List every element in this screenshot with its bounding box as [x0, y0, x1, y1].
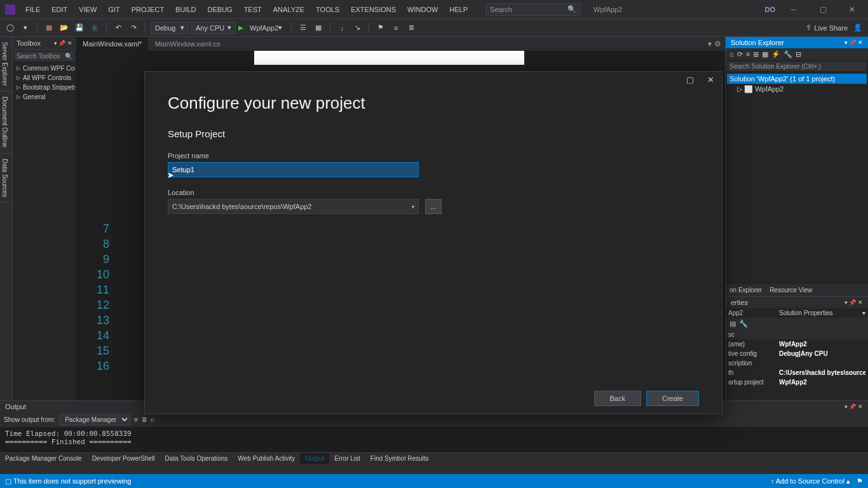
menu-debug[interactable]: DEBUG	[203, 3, 238, 16]
menu-git[interactable]: GIT	[103, 3, 125, 16]
admin-icon[interactable]: 👤	[851, 22, 864, 34]
step-icon2[interactable]: ↘	[351, 22, 363, 34]
step-icon[interactable]: ↓	[336, 22, 348, 34]
tb-icon-5[interactable]: ≣	[405, 22, 417, 34]
alpha-icon[interactable]: 🔧	[739, 320, 748, 328]
nav-back-icon[interactable]: ◯	[4, 22, 17, 34]
prop-row[interactable]: thC:\Users\hackd bytes\source\repo	[726, 368, 868, 377]
editor-tab-controls: ▾ ⚙	[708, 37, 725, 51]
menu-window[interactable]: WINDOW	[402, 3, 443, 16]
toolbox-item[interactable]: ▷Bootstrap Snippets	[14, 83, 75, 92]
project-name-input[interactable]	[168, 162, 419, 177]
output-text[interactable]: Time Elapsed: 00:00:00.8558339 =========…	[0, 427, 868, 452]
platform-dropdown[interactable]: Any CPU ▾	[191, 22, 236, 34]
tab-web-publish[interactable]: Web Publish Activity	[233, 453, 300, 464]
solution-explorer-search[interactable]: Search Solution Explorer (Ctrl+;)	[727, 62, 867, 71]
toolbox-item[interactable]: ▷Common WPF Cont...	[14, 64, 75, 73]
tb-icon-3[interactable]: ⚑	[374, 22, 387, 34]
location-input[interactable]: C:\Users\hackd bytes\source\repos\WpfApp…	[168, 199, 419, 214]
se-icon[interactable]: ⚡	[771, 50, 780, 58]
toolbox-item[interactable]: ▷All WPF Controls	[14, 73, 75, 83]
save-icon[interactable]: 💾	[73, 22, 86, 34]
back-button[interactable]: Back	[594, 391, 641, 406]
tab-server-explorer[interactable]: Server Explorer	[0, 37, 12, 92]
menu-help[interactable]: HELP	[444, 3, 473, 16]
se-home-icon[interactable]: ⌂	[729, 50, 734, 58]
output-tool-icon[interactable]: ⎌	[151, 416, 154, 423]
tab-document-outline[interactable]: Document Outline	[0, 92, 12, 153]
prop-row[interactable]: tive configDebug|Any CPU	[726, 349, 868, 358]
tab-data-tools[interactable]: Data Tools Operations	[160, 453, 233, 464]
se-icon[interactable]: ⊞	[753, 50, 759, 58]
new-item-icon[interactable]: ▦	[43, 22, 55, 34]
close-button[interactable]: ✕	[841, 1, 863, 18]
prop-row[interactable]: scription	[726, 358, 868, 368]
tab-data-sources[interactable]: Data Sources	[0, 154, 12, 203]
prop-row[interactable]: (ame)WpfApp2	[726, 339, 868, 349]
start-debug-icon[interactable]: ▶	[238, 24, 243, 31]
nav-fwd-icon[interactable]: ▾	[19, 22, 32, 34]
search-icon: 🔍	[65, 53, 72, 60]
tab-error-list[interactable]: Error List	[329, 453, 365, 464]
maximize-button[interactable]: ▢	[812, 1, 834, 18]
redo-icon[interactable]: ↷	[127, 22, 140, 34]
se-icon[interactable]: ≡	[746, 50, 750, 58]
se-bottom-tabs: on Explorer Resource View	[726, 284, 868, 296]
toolbox-item[interactable]: ▷General	[14, 92, 75, 102]
se-icon[interactable]: ⊟	[796, 50, 801, 58]
toolbox-panel: Toolbox ▾ 📌 ✕ Search Toolbox 🔍 ▷Common W…	[13, 37, 76, 451]
categorize-icon[interactable]: ▤	[729, 320, 736, 328]
dialog-maximize-button[interactable]: ▢	[682, 75, 698, 85]
create-button[interactable]: Create	[646, 391, 699, 406]
output-tool-icon[interactable]: ≡	[134, 416, 138, 423]
tab-output[interactable]: Output	[300, 453, 329, 464]
tb-icon-1[interactable]: ☰	[297, 22, 309, 34]
solution-project[interactable]: ▷ ⬜ WpfApp2	[727, 84, 867, 95]
output-tool-icon[interactable]: ≣	[142, 416, 147, 423]
tab-find-symbol[interactable]: Find Symbol Results	[365, 453, 434, 464]
tb-icon-4[interactable]: ≡	[390, 22, 402, 34]
toolbox-search[interactable]: Search Toolbox 🔍	[14, 51, 75, 61]
config-dropdown[interactable]: Debug ▾	[151, 22, 189, 34]
undo-icon[interactable]: ↶	[112, 22, 125, 34]
menu-test[interactable]: TEST	[239, 3, 267, 16]
menu-build[interactable]: BUILD	[170, 3, 201, 16]
designer-canvas[interactable]	[254, 51, 524, 65]
gear-icon[interactable]: ⚙	[714, 39, 721, 48]
dropdown-icon[interactable]: ▾	[862, 309, 865, 316]
show-output-dropdown[interactable]: Package Manager	[59, 414, 130, 425]
browse-button[interactable]: ...	[425, 199, 442, 214]
dropdown-icon[interactable]: ▾	[412, 204, 414, 210]
minimize-button[interactable]: ─	[783, 1, 804, 18]
chevron-right-icon: ▷	[17, 94, 20, 100]
global-search-input[interactable]: Search 🔍	[485, 3, 581, 16]
menu-view[interactable]: VIEW	[74, 3, 102, 16]
menu-project[interactable]: PROJECT	[126, 3, 169, 16]
user-badge[interactable]: DO	[765, 6, 776, 13]
menu-file[interactable]: FILE	[20, 3, 45, 16]
menu-analyze[interactable]: ANALYZE	[268, 3, 309, 16]
menu-edit[interactable]: EDIT	[46, 3, 72, 16]
editor-tab-active[interactable]: MainWindow.xaml*	[76, 37, 149, 51]
tab-solution-explorer[interactable]: on Explorer	[726, 284, 766, 296]
se-wrench-icon[interactable]: 🔧	[783, 50, 792, 58]
save-all-icon[interactable]: ⎘	[88, 22, 101, 34]
se-icon[interactable]: ▦	[762, 50, 768, 58]
menu-tools[interactable]: TOOLS	[311, 3, 344, 16]
solution-root[interactable]: Solution 'WpfApp2' (1 of 1 project)	[727, 74, 867, 84]
open-icon[interactable]: 📂	[58, 22, 71, 34]
tab-dropdown-icon[interactable]: ▾	[708, 39, 712, 48]
tb-icon-2[interactable]: ▦	[312, 22, 325, 34]
add-source-control-button[interactable]: ↑ Add to Source Control ▴	[771, 477, 850, 485]
tab-resource-view[interactable]: Resource View	[766, 284, 816, 296]
dialog-close-button[interactable]: ✕	[703, 75, 718, 85]
menu-extensions[interactable]: EXTENSIONS	[346, 3, 401, 16]
start-target-dropdown[interactable]: WpfApp2 ▾	[246, 22, 286, 34]
editor-tab[interactable]: MainWindow.xaml.cs	[149, 37, 227, 51]
se-icon[interactable]: ⟳	[737, 50, 743, 58]
notification-icon[interactable]: ⚑	[857, 477, 863, 485]
tab-pmc[interactable]: Package Manager Console	[0, 453, 87, 464]
live-share-button[interactable]: ⇪ Live Share	[806, 24, 848, 32]
prop-row[interactable]: artup projectWpfApp2	[726, 377, 868, 387]
tab-powershell[interactable]: Developer PowerShell	[87, 453, 160, 464]
